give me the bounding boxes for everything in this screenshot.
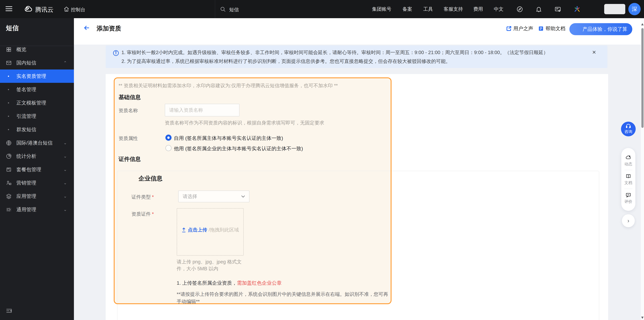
nav-divider [215,0,215,18]
qual-name-helper: 资质名称可作为不同资质内容的标识，根据自身需求填写即可，无固定要求 [165,120,324,126]
nav-group-account: 集团账号 [370,0,394,18]
globe-icon [6,140,12,146]
home-icon [63,6,70,12]
chevron-down-icon: ⌄ [64,140,67,145]
brand-name[interactable]: 腾讯云 [35,6,54,14]
upload-note-1: 1. 上传签名所属企业资质，需加盖红色企业公章 [177,280,282,286]
billing-card-icon[interactable] [554,6,561,13]
external-link-icon [506,26,512,31]
chevron-down-icon: ⌄ [64,194,67,199]
feedback-chat-icon [626,192,631,198]
radio-self-use-label[interactable]: 自用 (签名所属主体与本账号实名认证的主体一致) [174,135,283,142]
sidebar-item-statistics[interactable]: 统计分析 ⌄ [0,149,74,163]
notification-bell-icon[interactable] [536,6,542,13]
scrollbar-up-arrow[interactable] [641,23,644,25]
scrollbar-down-arrow[interactable] [641,317,644,319]
consult-button[interactable]: 咨询 [621,122,636,136]
news-button[interactable]: 动态 [624,155,632,167]
chevron-down-icon: ⌄ [64,167,67,172]
radio-other-use[interactable] [166,145,172,151]
sidebar-item-template-management[interactable]: 正文模板管理 [0,96,74,109]
upload-link[interactable]: 点击上传 [188,227,207,233]
sidebar-item-package-management[interactable]: 套餐包管理 ⌄ [0,163,74,176]
divider [624,170,632,170]
help-docs-link[interactable]: 帮助文档 [538,25,566,32]
scrollbar-thumb[interactable] [641,28,644,128]
floating-toolbar: 动态 文档 评价 [621,148,635,211]
banner-line-2: 2. 为了提高审核通过率，系统已根据审核标准对材料进行了初步识别判断，页面提示信… [122,58,450,65]
bullet-icon [8,102,9,103]
account-name-box[interactable] [604,4,625,14]
chevron-down-icon: ⌄ [64,181,67,185]
sidebar-item-general-management[interactable]: 通用管理 ⌄ [0,203,74,216]
close-icon[interactable]: × [592,49,596,55]
sidebar-item-marketing-management[interactable]: 营销管理 ⌄ [0,176,74,190]
radio-self-use[interactable] [166,134,172,141]
top-navbar: 腾讯云 控制台 短信 集团账号 备案 工具 客服支持 费用 中文 [0,0,644,18]
sidebar-item-realname-qualification[interactable]: 实名资质管理 [0,69,74,83]
page-title: 添加资质 [96,24,121,33]
product-experience-button[interactable]: 产品体验，你说了算 [569,23,632,35]
radio-other-use-label[interactable]: 他用 (签名所属企业的主体与本账号实名认证的主体不一致) [174,145,303,152]
nav-language: 中文 [492,0,505,18]
sidebar-item-traffic-management[interactable]: 引流管理 [0,109,74,123]
search-input[interactable]: 短信 [229,7,239,13]
nav-billing: 费用 [472,0,485,18]
sidebar-item-overview[interactable]: 概览 [0,43,74,56]
section-basic-info: 基础信息 [118,94,141,101]
nav-tools: 工具 [422,0,435,18]
nav-console-link[interactable]: 控制台 [71,7,85,13]
mail-icon [6,60,12,66]
rate-button[interactable]: 评价 [624,192,632,204]
tencent-cloud-logo-icon[interactable] [24,4,33,14]
sidebar-item-domestic-sms[interactable]: 国内短信 ⌃ [0,56,74,69]
sidebar-collapse-icon[interactable] [6,308,12,313]
cloud-news-icon [626,155,631,160]
chevron-down-icon: ⌄ [64,154,67,158]
collapse-toolbar-button[interactable]: › [622,214,635,227]
chevron-down-icon [241,195,245,198]
marketing-person-icon [6,180,12,186]
upload-note-2: **请按提示上传符合要求的图片，系统会识别图片中的关键信息并展示在右端。如识别不… [177,290,389,305]
search-icon[interactable] [220,6,226,12]
sidebar-item-bulk-sms[interactable]: 群发短信 [0,123,74,136]
section-company-info: 企业信息 [138,175,162,183]
chevron-down-icon: ⌄ [64,207,67,212]
section-cert-info: 证件信息 [118,155,141,163]
page-header: 添加资质 用户之声 帮助文档 产品体验，你说了算 [74,18,644,45]
watermark-note: ** 资质相关证明材料如需添加水印，水印内容建议为:仅用于办理腾讯云短信增值服务… [118,82,338,89]
sidebar-item-application-management[interactable]: 应用管理 ⌄ [0,190,74,203]
back-arrow-icon[interactable] [83,24,90,32]
upload-drag-hint: /拖拽到此区域 [208,227,239,233]
package-icon [6,167,12,173]
avatar[interactable]: 深 [628,3,641,15]
cert-type-select[interactable]: 请选择 [178,191,250,202]
headset-icon [626,124,631,129]
user-voice-link[interactable]: 用户之声 [506,25,533,32]
sidebar-item-international-sms[interactable]: 国际/港澳台短信 ⌄ [0,136,74,149]
upload-icon [181,227,186,233]
highlight-border [114,77,392,304]
divider [624,189,632,189]
sliders-icon [6,207,12,213]
cert-type-label: 证件类型* [132,194,154,200]
ai-sparkle-icon[interactable] [574,6,581,13]
audit-info-banner: 1. 审核时长一般2小时内完成。如遇升级核验、审核任务较多、非工作时间，审核时间… [106,45,608,68]
doc-button[interactable]: 文档 [624,174,632,186]
bullet-icon [8,89,9,90]
layers-icon [6,193,12,199]
upload-dropzone[interactable]: 点击上传 /拖拽到此区域 [177,208,244,256]
tencent-cloud-sms-console: 腾讯云 控制台 短信 集团账号 备案 工具 客服支持 费用 中文 [0,0,644,320]
scrollbar-track[interactable] [641,18,644,320]
chevron-up-icon: ⌃ [64,60,67,65]
pie-chart-icon [6,153,12,159]
nav-support: 客服支持 [442,0,464,18]
sidebar-item-signature-management[interactable]: 签名管理 [0,83,74,96]
qual-name-label: 资质名称 [118,107,138,114]
hamburger-menu-icon[interactable] [6,5,12,13]
bullet-icon [8,76,9,77]
qual-attr-label: 资质属性 [118,135,138,142]
sidebar-title: 短信 [6,24,19,32]
qual-name-input[interactable] [165,104,240,116]
compass-icon[interactable] [516,6,523,13]
